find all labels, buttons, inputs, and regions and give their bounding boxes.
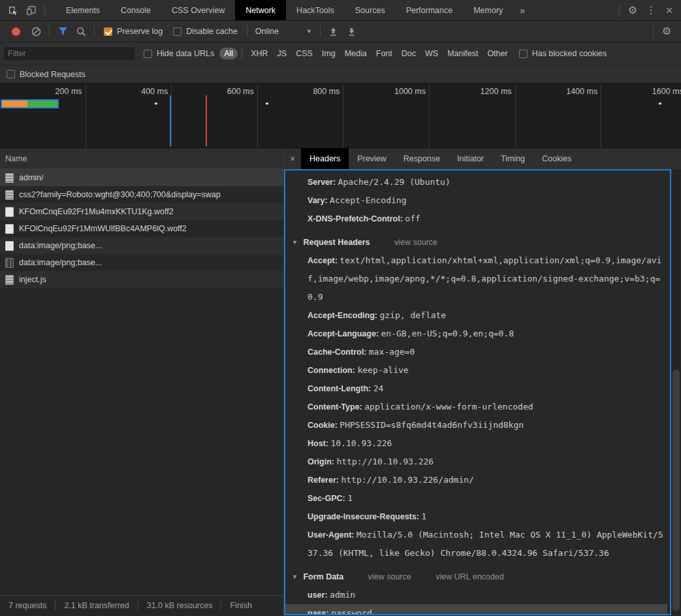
section-collapse-caret-icon[interactable]: ▼ [292, 568, 298, 586]
network-settings-gear-icon[interactable]: ⚙ [657, 23, 676, 40]
timeline-tick-label: 200 ms [0, 84, 86, 148]
header-line: Upgrade-Insecure-Requests: 1 [285, 508, 667, 526]
network-filter-bar: Hide data URLs All XHRJSCSSImgMediaFontD… [0, 42, 681, 65]
panel-tab[interactable]: Performance [396, 0, 464, 20]
close-detail-icon[interactable]: × [284, 154, 301, 164]
request-name: admin/ [19, 173, 44, 182]
disable-cache-checkbox[interactable]: Disable cache [173, 27, 238, 36]
filter-type-all[interactable]: All [219, 48, 238, 59]
more-menu-kebab-icon[interactable]: ⋮ [642, 2, 660, 19]
divider [94, 25, 95, 37]
header-line: Accept-Encoding: gzip, deflate [285, 306, 667, 325]
checkbox-unchecked-icon[interactable] [519, 50, 528, 58]
checkbox-unchecked-icon[interactable] [144, 50, 152, 58]
record-network-log-button[interactable] [12, 27, 20, 36]
panel-tab[interactable]: HackTools [286, 0, 345, 20]
filter-type-pill[interactable]: WS [420, 48, 443, 59]
request-row[interactable]: css2?family=Roboto:wght@300;400;700&disp… [0, 186, 283, 203]
panel-tab[interactable]: Elements [55, 0, 110, 20]
headers-content: Server: Apache/2.4.29 (Ubuntu) Vary: Acc… [284, 169, 671, 615]
device-toolbar-icon[interactable] [22, 2, 40, 19]
close-devtools-icon[interactable]: × [660, 2, 678, 19]
divider [242, 48, 242, 59]
resource-type-icon [5, 224, 14, 234]
detail-tab[interactable]: Cookies [533, 148, 580, 169]
panel-tab[interactable]: Sources [345, 0, 396, 20]
filter-type-pill[interactable]: JS [273, 48, 292, 59]
request-name: css2?family=Roboto:wght@300;400;700&disp… [19, 190, 221, 199]
checkbox-checked-icon[interactable] [104, 27, 112, 36]
detail-scrollbar[interactable] [671, 169, 681, 615]
panel-tab[interactable]: Network [235, 0, 286, 20]
form-data-section-header: ▼ Form Data view source view URL encoded [285, 568, 667, 586]
search-icon[interactable] [72, 23, 90, 40]
header-line: Host: 10.10.93.226 [285, 434, 667, 453]
more-tabs-chevron-icon[interactable]: » [513, 0, 531, 20]
divider [44, 5, 45, 16]
request-name: KFOlCnqEu92Fr1MmWUlfBBc4AMP6lQ.woff2 [19, 224, 187, 233]
request-row[interactable]: KFOlCnqEu92Fr1MmWUlfBBc4AMP6lQ.woff2 [0, 220, 283, 237]
header-line: Cookie: PHPSESSID=s8fq6md4t4ad6nfv3iijnd… [285, 416, 667, 434]
request-row[interactable]: admin/ [0, 169, 283, 186]
checkbox-unchecked-icon[interactable] [173, 27, 182, 36]
throttling-dropdown[interactable]: Online ▼ [251, 27, 316, 36]
preserve-log-checkbox[interactable]: Preserve log [104, 27, 163, 36]
scrollbar-thumb[interactable] [673, 370, 680, 611]
response-headers-partial: Server: Apache/2.4.29 (Ubuntu) Vary: Acc… [285, 173, 667, 228]
panel-tabs: ElementsConsoleCSS OverviewNetworkHackTo… [55, 0, 615, 20]
view-url-encoded-link[interactable]: view URL encoded [436, 572, 503, 581]
header-line: Sec-GPC: 1 [285, 489, 667, 508]
panel-tab[interactable]: Memory [463, 0, 513, 20]
import-har-icon[interactable] [325, 23, 343, 40]
request-row[interactable]: data:image/png;base... [0, 254, 283, 271]
view-source-link[interactable]: view source [394, 238, 437, 247]
detail-tab[interactable]: Timing [492, 148, 533, 169]
header-line: Cache-Control: max-age=0 [285, 343, 667, 361]
header-line: User-Agent: Mozilla/5.0 (Macintosh; Inte… [285, 526, 667, 562]
filter-type-pill[interactable]: Font [372, 48, 397, 59]
view-source-link[interactable]: view source [368, 572, 411, 581]
timeline-request-dot [266, 103, 268, 105]
checkbox-unchecked-icon[interactable] [7, 70, 15, 78]
panel-tab[interactable]: Console [110, 0, 161, 20]
divider [619, 5, 620, 16]
timeline-event-marker [170, 95, 171, 146]
filter-type-pill[interactable]: Other [483, 48, 512, 59]
request-row[interactable]: KFOmCnqEu92Fr1Mu4mxKKTU1Kg.woff2 [0, 203, 283, 220]
filter-type-pill[interactable]: XHR [246, 48, 272, 59]
filter-type-pill[interactable]: Media [340, 48, 372, 59]
hide-data-urls-checkbox[interactable]: Hide data URLs [144, 49, 214, 58]
filter-input[interactable] [4, 47, 135, 60]
section-collapse-caret-icon[interactable]: ▼ [292, 234, 298, 251]
request-row[interactable]: inject.js [0, 271, 283, 288]
timeline-tick-label: 400 ms [86, 84, 172, 148]
header-line: Vary: Accept-Encoding [285, 191, 667, 210]
column-header-name[interactable]: Name [0, 148, 283, 169]
clear-network-log-icon[interactable] [27, 23, 45, 40]
export-har-icon[interactable] [343, 23, 361, 40]
detail-tab[interactable]: Headers [301, 148, 349, 169]
timeline-tick-label: 1400 ms [516, 84, 602, 148]
filter-funnel-icon[interactable] [54, 23, 72, 40]
detail-tab[interactable]: Preview [349, 148, 394, 169]
header-line: Referer: http://10.10.93.226/admin/ [285, 471, 667, 489]
status-bar-item: 2.1 kB transferred [55, 601, 137, 610]
filter-type-pill[interactable]: Img [317, 48, 340, 59]
header-line: Server: Apache/2.4.29 (Ubuntu) [285, 173, 667, 191]
form-data-list: user: admin pass: password [285, 586, 667, 615]
detail-tab[interactable]: Response [395, 148, 449, 169]
inspect-element-icon[interactable] [4, 2, 22, 19]
settings-gear-icon[interactable]: ⚙ [624, 2, 642, 19]
filter-type-pill[interactable]: Doc [397, 48, 420, 59]
request-row[interactable]: data:image/png;base... [0, 237, 283, 254]
filter-type-pill[interactable]: Manifest [443, 48, 483, 59]
blocked-requests-checkbox[interactable]: Blocked Requests [7, 70, 86, 79]
detail-tab[interactable]: Initiator [449, 148, 492, 169]
timeline-overview[interactable]: 200 ms400 ms600 ms800 ms1000 ms1200 ms14… [0, 84, 681, 148]
has-blocked-cookies-checkbox[interactable]: Has blocked cookies [519, 49, 607, 58]
status-bar-item: 31.0 kB resources [138, 601, 221, 610]
devtools-tab-strip: ElementsConsoleCSS OverviewNetworkHackTo… [0, 0, 681, 21]
filter-type-pill[interactable]: CSS [291, 48, 317, 59]
resource-type-icon [5, 241, 14, 251]
panel-tab[interactable]: CSS Overview [161, 0, 235, 20]
